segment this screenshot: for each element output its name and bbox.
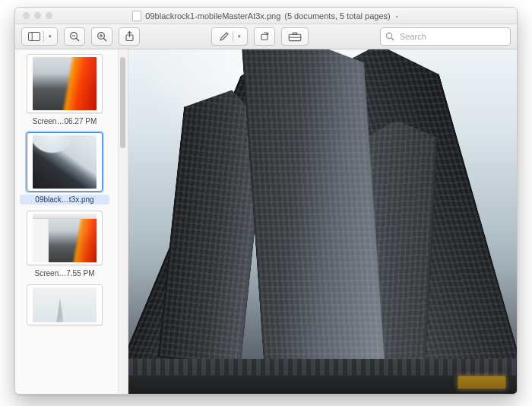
zoom-out-icon [69,31,80,42]
thumbnail-item[interactable]: Screen…06.27 PM [20,54,109,126]
thumbnail-image [33,135,97,189]
thumbnail-image [33,287,97,322]
chevron-down-icon: ▾ [238,33,241,40]
view-mode-button[interactable]: ▾ [21,27,58,46]
content-area: Screen…06.27 PM 09black…t3x.png [15,49,517,394]
titlebar-title: 09blackrock1-mobileMasterAt3x.png (5 doc… [15,11,517,21]
thumbnail-frame [27,211,103,265]
image-viewer[interactable] [128,49,517,394]
rotate-button[interactable] [254,27,275,46]
thumbnail-frame [27,54,103,113]
thumbnail-label [20,328,109,330]
markup-button[interactable]: ▾ [211,27,248,46]
thumbnail-sidebar: Screen…06.27 PM 09black…t3x.png [15,49,128,394]
thumbnail-label: 09black…t3x.png [20,195,109,205]
svg-line-6 [103,38,106,41]
sidebar-grid-icon [28,32,40,41]
thumbnail-item[interactable]: Screen…7.55 PM [20,211,109,278]
thumbnail-item[interactable] [20,284,109,330]
chevron-down-icon[interactable]: ⌄ [394,12,400,19]
thumbnail-image [33,57,97,110]
search-input[interactable] [398,27,505,46]
svg-rect-0 [28,33,40,41]
toolbox-icon [288,32,302,42]
sidebar-scrollbar[interactable] [118,49,128,394]
thumbnail-label: Screen…06.27 PM [20,116,109,126]
share-icon [125,31,135,42]
file-icon [132,11,141,21]
scrollbar-thumb[interactable] [120,57,125,148]
thumbnail-label: Screen…7.55 PM [20,268,109,278]
svg-line-3 [76,38,79,41]
image-foreground [128,359,517,394]
thumbnail-image [33,214,97,262]
viewer-canvas [128,49,517,394]
zoom-dot[interactable] [46,12,52,19]
toolbar: ▾ [15,24,517,49]
search-field[interactable] [380,27,511,46]
markup-pen-icon [219,31,230,42]
title-filename: 09blackrock1-mobileMasterAt3x.png [145,11,280,21]
zoom-out-button[interactable] [64,27,85,46]
traffic-lights [15,12,52,19]
preview-window: 09blackrock1-mobileMasterAt3x.png (5 doc… [14,7,518,395]
search-icon [385,32,394,41]
thumbnail-item[interactable]: 09black…t3x.png [20,132,109,205]
image-foreground [241,49,385,363]
close-dot[interactable] [23,12,30,19]
chevron-down-icon: ▾ [49,33,52,40]
toolbox-button[interactable] [281,27,309,46]
zoom-in-button[interactable] [91,27,112,46]
minimize-dot[interactable] [34,12,41,19]
svg-rect-11 [261,34,268,40]
titlebar: 09blackrock1-mobileMasterAt3x.png (5 doc… [15,8,517,24]
thumbnail-frame [27,284,103,325]
svg-line-16 [391,38,394,40]
thumbnail-list[interactable]: Screen…06.27 PM 09black…t3x.png [15,49,118,394]
title-meta: (5 documents, 5 total pages) [284,11,390,21]
svg-point-15 [386,33,391,38]
annotation-arrow-icon [2,395,532,406]
rotate-icon [259,31,270,42]
thumbnail-frame [27,132,103,192]
share-button[interactable] [119,27,140,46]
zoom-in-icon [97,31,107,42]
svg-rect-13 [293,33,297,34]
